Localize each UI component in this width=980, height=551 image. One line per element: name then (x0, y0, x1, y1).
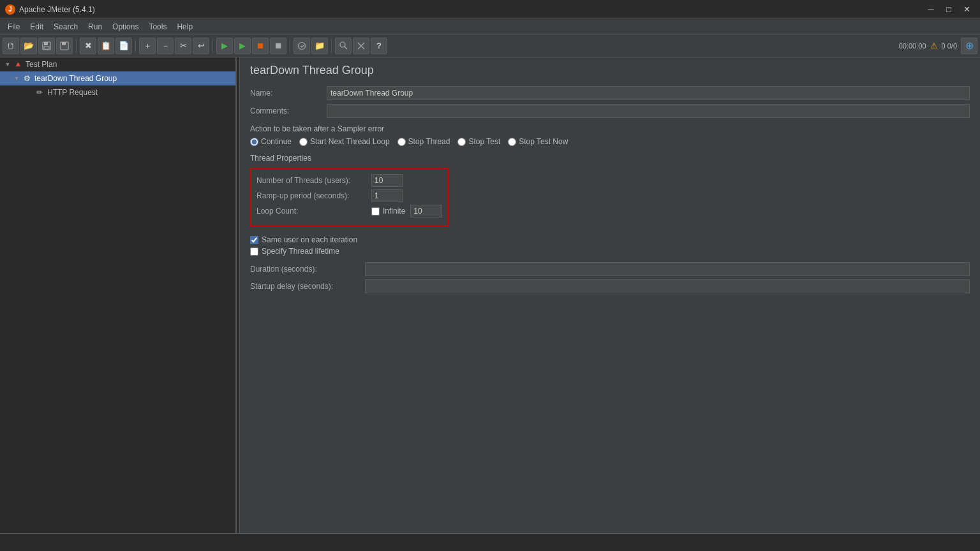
comments-label: Comments: (250, 107, 327, 115)
revert-button[interactable]: ✖ (80, 38, 96, 54)
sidebar: ▼ 🔺 Test Plan ▼ ⚙ tearDown Thread Group … (0, 57, 236, 533)
menu-tools[interactable]: Tools (144, 21, 172, 33)
menu-edit[interactable]: Edit (25, 21, 48, 33)
test-plan-label: Test Plan (26, 60, 57, 69)
undo-button[interactable]: ↩ (193, 38, 209, 54)
radio-stop-thread-label: Stop Thread (408, 137, 450, 146)
duration-label: Duration (seconds): (250, 265, 365, 274)
sep4 (290, 39, 290, 53)
search-toolbar-button[interactable] (335, 38, 352, 54)
minimize-button[interactable]: ─ (923, 3, 939, 17)
radio-stop-test-now-label: Stop Test Now (519, 137, 568, 146)
ramp-up-label: Ramp-up period (seconds): (256, 191, 371, 200)
elapsed-time: 00:00:00 (899, 42, 926, 50)
toggle-teardown[interactable]: ▼ (13, 75, 20, 82)
num-threads-row: Number of Threads (users): (256, 174, 442, 187)
sep3 (212, 39, 213, 53)
http-request-label: HTTP Request (47, 88, 98, 97)
comments-input[interactable] (327, 104, 970, 118)
ramp-up-row: Ramp-up period (seconds): (256, 189, 442, 202)
action-section-label: Action to be taken after a Sampler error (250, 124, 384, 133)
thread-counts: 0 0/0 (942, 42, 957, 50)
duration-row: Duration (seconds): (250, 262, 970, 276)
infinite-label: Infinite (383, 207, 405, 216)
num-threads-label: Number of Threads (users): (256, 176, 371, 185)
name-input[interactable] (327, 86, 970, 100)
sidebar-item-test-plan[interactable]: ▼ 🔺 Test Plan (0, 57, 235, 71)
loop-count-input[interactable] (410, 205, 442, 217)
sidebar-item-teardown-thread-group[interactable]: ▼ ⚙ tearDown Thread Group (0, 71, 235, 85)
copy-button[interactable]: 📋 (98, 38, 114, 54)
specify-lifetime-option[interactable]: Specify Thread lifetime (250, 247, 970, 256)
warning-icon: ⚠ (930, 41, 938, 50)
sep2 (135, 39, 136, 53)
run-button[interactable]: ▶ (216, 38, 233, 54)
startup-delay-label: Startup delay (seconds): (250, 282, 365, 291)
menu-options[interactable]: Options (107, 21, 144, 33)
startup-delay-input[interactable] (365, 279, 970, 293)
radio-start-next[interactable]: Start Next Thread Loop (299, 137, 390, 146)
toggle-test-plan[interactable]: ▼ (4, 61, 11, 68)
radio-continue[interactable]: Continue (250, 137, 292, 146)
shutdown-button[interactable]: ⏹ (270, 38, 286, 54)
add-to-server-button[interactable]: ⊕ (961, 38, 977, 54)
same-user-option[interactable]: Same user on each iteration (250, 235, 970, 244)
sep5 (331, 39, 332, 53)
radio-start-next-label: Start Next Thread Loop (310, 137, 390, 146)
maximize-button[interactable]: □ (940, 3, 957, 17)
templates-button[interactable] (293, 38, 310, 54)
ramp-up-input[interactable] (371, 189, 403, 202)
infinite-checkbox[interactable] (371, 207, 380, 216)
comments-row: Comments: (250, 104, 970, 118)
help-button[interactable]: ? (371, 38, 387, 54)
app-icon: J (5, 4, 15, 15)
radio-continue-label: Continue (261, 137, 292, 146)
save-as-button[interactable] (38, 38, 55, 54)
svg-line-7 (345, 47, 347, 49)
paste-button[interactable]: 📄 (115, 38, 132, 54)
specify-lifetime-label: Specify Thread lifetime (262, 247, 339, 256)
panel-title: tearDown Thread Group (250, 64, 970, 77)
loop-count-label: Loop Count: (256, 207, 371, 216)
open-recent-button[interactable]: 📁 (311, 38, 328, 54)
main-area: ▼ 🔺 Test Plan ▼ ⚙ tearDown Thread Group … (0, 57, 980, 533)
close-button[interactable]: ✕ (958, 3, 975, 17)
window-title: Apache JMeter (5.4.1) (19, 5, 923, 14)
menu-bar: File Edit Search Run Options Tools Help (0, 19, 980, 34)
stop-button[interactable]: ⏹ (252, 38, 269, 54)
radio-stop-test-now[interactable]: Stop Test Now (508, 137, 568, 146)
save-button[interactable] (56, 38, 73, 54)
infinite-checkbox-label[interactable]: Infinite (371, 207, 405, 216)
startup-delay-row: Startup delay (seconds): (250, 279, 970, 293)
loop-count-row: Loop Count: Infinite (256, 205, 442, 217)
radio-stop-test[interactable]: Stop Test (457, 137, 500, 146)
name-label: Name: (250, 89, 327, 98)
menu-run[interactable]: Run (83, 21, 107, 33)
add-button[interactable]: ＋ (139, 38, 156, 54)
run-no-pauses-button[interactable]: ▶ (234, 38, 251, 54)
menu-file[interactable]: File (3, 21, 25, 33)
sidebar-item-http-request[interactable]: ▶ ✏ HTTP Request (0, 85, 235, 99)
specify-lifetime-checkbox[interactable] (250, 247, 258, 256)
clear-button[interactable] (353, 38, 369, 54)
toolbar: 🗋 📂 ✖ 📋 📄 ＋ － ✂ ↩ ▶ ▶ ⏹ ⏹ 📁 ? 00:00:00 ⚠… (0, 34, 980, 57)
cut-button[interactable]: ✂ (175, 38, 191, 54)
window-controls: ─ □ ✕ (923, 3, 975, 17)
duration-input[interactable] (365, 262, 970, 276)
thread-properties-block: Number of Threads (users): Ramp-up perio… (250, 168, 449, 226)
remove-button[interactable]: － (157, 38, 174, 54)
test-plan-icon: 🔺 (13, 59, 23, 70)
status-bar (0, 533, 980, 551)
new-button[interactable]: 🗋 (3, 38, 19, 54)
num-threads-input[interactable] (371, 174, 403, 187)
content-panel: tearDown Thread Group Name: Comments: Ac… (240, 57, 980, 533)
radio-stop-test-label: Stop Test (468, 137, 500, 146)
same-user-checkbox[interactable] (250, 236, 258, 244)
radio-stop-thread[interactable]: Stop Thread (397, 137, 450, 146)
teardown-label: tearDown Thread Group (34, 74, 117, 83)
menu-help[interactable]: Help (172, 21, 198, 33)
open-button[interactable]: 📂 (20, 38, 37, 54)
thread-properties-label: Thread Properties (250, 154, 311, 163)
http-request-icon: ✏ (34, 87, 45, 98)
menu-search[interactable]: Search (48, 21, 83, 33)
